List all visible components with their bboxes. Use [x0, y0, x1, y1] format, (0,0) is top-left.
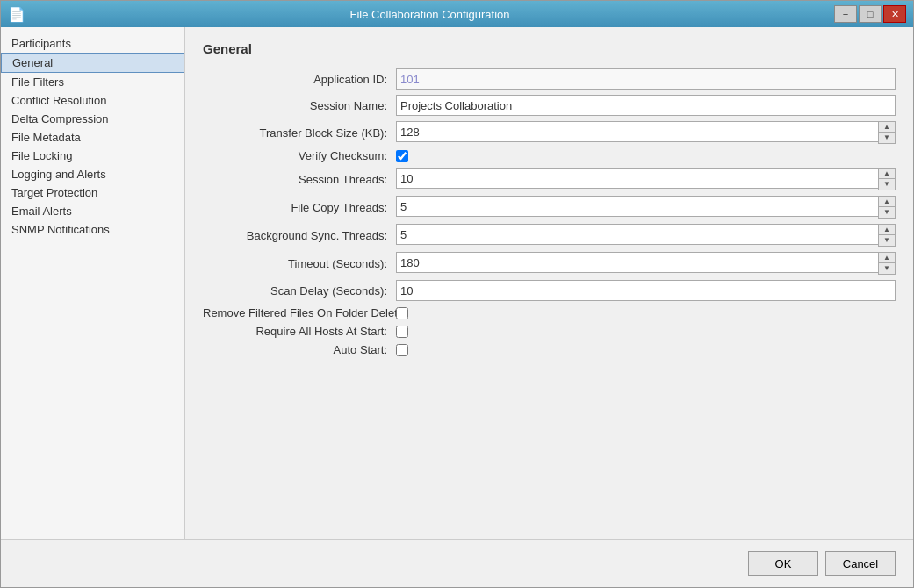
require-all-hosts-wrap: [396, 326, 408, 338]
session-name-input[interactable]: [396, 95, 896, 116]
transfer-block-size-spinner: ▲ ▼: [396, 121, 896, 144]
session-name-label: Session Name:: [203, 99, 396, 112]
title-bar-controls: − □ ✕: [834, 5, 906, 23]
remove-filtered-files-label: Remove Filtered Files On Folder Delete:: [203, 306, 396, 319]
scan-delay-input[interactable]: [396, 280, 896, 301]
session-threads-input[interactable]: [396, 168, 878, 189]
sidebar-item-file-locking[interactable]: File Locking: [1, 147, 184, 165]
sidebar-item-logging-and-alerts[interactable]: Logging and Alerts: [1, 165, 184, 183]
transfer-block-size-down[interactable]: ▼: [879, 133, 895, 143]
require-all-hosts-checkbox[interactable]: [396, 326, 408, 338]
transfer-block-size-spinner-btns: ▲ ▼: [878, 121, 896, 144]
ok-button[interactable]: OK: [748, 551, 818, 576]
transfer-block-size-input[interactable]: [396, 121, 878, 142]
main-window: 📄 File Collaboration Configuration − □ ✕…: [0, 0, 914, 588]
file-copy-threads-down[interactable]: ▼: [879, 207, 895, 218]
remove-filtered-files-row: Remove Filtered Files On Folder Delete:: [203, 306, 896, 319]
timeout-input[interactable]: [396, 252, 878, 273]
file-copy-threads-input[interactable]: [396, 196, 878, 217]
timeout-label: Timeout (Seconds):: [203, 257, 396, 270]
background-sync-threads-up[interactable]: ▲: [879, 225, 895, 235]
main-panel: General Application ID: Session Name: Tr…: [185, 27, 913, 539]
file-copy-threads-up[interactable]: ▲: [879, 197, 895, 207]
title-bar: 📄 File Collaboration Configuration − □ ✕: [1, 1, 913, 27]
transfer-block-size-up[interactable]: ▲: [879, 122, 895, 133]
session-threads-up[interactable]: ▲: [879, 169, 895, 179]
background-sync-threads-input[interactable]: [396, 224, 878, 245]
sidebar-item-snmp-notifications[interactable]: SNMP Notifications: [1, 220, 184, 239]
session-threads-down[interactable]: ▼: [879, 179, 895, 190]
session-threads-row: Session Threads: ▲ ▼: [203, 168, 896, 190]
session-threads-spinner: ▲ ▼: [396, 168, 896, 190]
maximize-button[interactable]: □: [859, 5, 882, 23]
file-copy-threads-row: File Copy Threads: ▲ ▼: [203, 196, 896, 219]
sidebar-item-conflict-resolution[interactable]: Conflict Resolution: [1, 91, 184, 110]
sidebar: ParticipantsGeneralFile FiltersConflict …: [1, 27, 185, 539]
section-title: General: [203, 41, 896, 56]
verify-checksum-label: Verify Checksum:: [203, 149, 396, 162]
remove-filtered-files-checkbox[interactable]: [396, 307, 408, 319]
file-copy-threads-spinner-btns: ▲ ▼: [878, 196, 896, 219]
sidebar-item-participants[interactable]: Participants: [1, 34, 184, 53]
verify-checksum-checkbox[interactable]: [396, 150, 408, 162]
timeout-spinner: ▲ ▼: [396, 252, 896, 275]
bottom-bar: OK Cancel: [1, 539, 913, 587]
file-copy-threads-label: File Copy Threads:: [203, 201, 396, 214]
require-all-hosts-label: Require All Hosts At Start:: [203, 325, 396, 338]
sidebar-item-delta-compression[interactable]: Delta Compression: [1, 110, 184, 128]
close-button[interactable]: ✕: [883, 5, 906, 23]
verify-checksum-wrap: [396, 150, 408, 162]
timeout-down[interactable]: ▼: [879, 263, 895, 274]
sidebar-item-file-metadata[interactable]: File Metadata: [1, 128, 184, 147]
background-sync-threads-spinner: ▲ ▼: [396, 224, 896, 247]
auto-start-checkbox[interactable]: [396, 344, 408, 356]
timeout-up[interactable]: ▲: [879, 253, 895, 263]
require-all-hosts-row: Require All Hosts At Start:: [203, 325, 896, 338]
background-sync-threads-label: Background Sync. Threads:: [203, 229, 396, 242]
sidebar-item-target-protection[interactable]: Target Protection: [1, 183, 184, 202]
timeout-row: Timeout (Seconds): ▲ ▼: [203, 252, 896, 275]
file-copy-threads-spinner: ▲ ▼: [396, 196, 896, 219]
background-sync-threads-row: Background Sync. Threads: ▲ ▼: [203, 224, 896, 247]
timeout-spinner-btns: ▲ ▼: [878, 252, 896, 275]
sidebar-item-email-alerts[interactable]: Email Alerts: [1, 202, 184, 220]
window-icon: 📄: [8, 6, 25, 23]
content-area: ParticipantsGeneralFile FiltersConflict …: [1, 27, 913, 539]
remove-filtered-files-wrap: [396, 307, 408, 319]
application-id-label: Application ID:: [203, 73, 396, 86]
session-threads-label: Session Threads:: [203, 173, 396, 186]
session-threads-spinner-btns: ▲ ▼: [878, 168, 896, 190]
minimize-button[interactable]: −: [834, 5, 857, 23]
application-id-input[interactable]: [396, 68, 896, 90]
background-sync-threads-spinner-btns: ▲ ▼: [878, 224, 896, 247]
application-id-row: Application ID:: [203, 68, 896, 90]
auto-start-label: Auto Start:: [203, 343, 396, 356]
cancel-button[interactable]: Cancel: [825, 551, 896, 576]
verify-checksum-row: Verify Checksum:: [203, 149, 896, 162]
sidebar-item-file-filters[interactable]: File Filters: [1, 73, 184, 91]
scan-delay-row: Scan Delay (Seconds):: [203, 280, 896, 301]
transfer-block-size-row: Transfer Block Size (KB): ▲ ▼: [203, 121, 896, 144]
window-title: File Collaboration Configuration: [25, 8, 834, 21]
auto-start-wrap: [396, 344, 408, 356]
session-name-row: Session Name:: [203, 95, 896, 116]
background-sync-threads-down[interactable]: ▼: [879, 235, 895, 246]
auto-start-row: Auto Start:: [203, 343, 896, 356]
transfer-block-size-label: Transfer Block Size (KB):: [203, 126, 396, 140]
sidebar-item-general[interactable]: General: [1, 53, 184, 73]
scan-delay-label: Scan Delay (Seconds):: [203, 284, 396, 298]
